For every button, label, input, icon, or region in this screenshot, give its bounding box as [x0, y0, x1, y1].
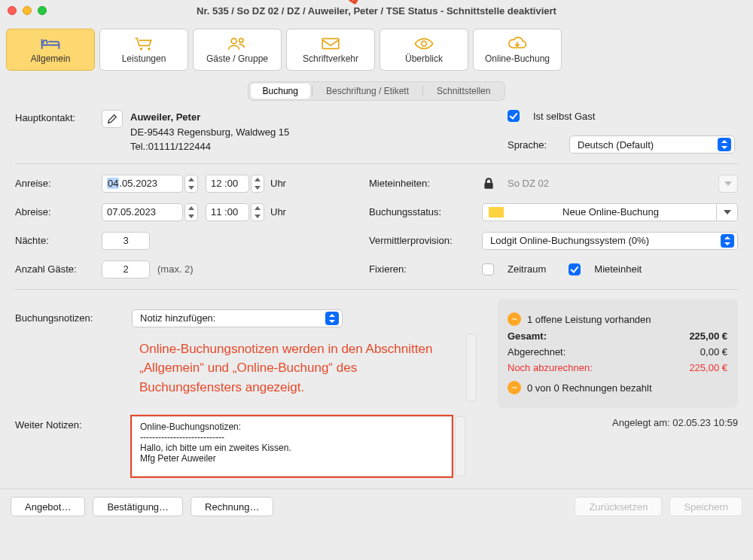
uhr-label: Uhr	[270, 178, 286, 189]
cloud-download-icon	[507, 35, 528, 52]
buchungsstatus-value: Neue Online-Buchung	[562, 206, 659, 218]
warning-icon: ~	[508, 381, 521, 394]
anreise-label: Anreise:	[15, 178, 102, 189]
subtab-schnittstellen[interactable]: Schnittstellen	[425, 84, 502, 99]
svg-point-3	[239, 38, 243, 42]
anzahl-gaeste-label: Anzahl Gäste:	[15, 263, 102, 275]
naechte-label: Nächte:	[15, 235, 102, 246]
tab-label: Überblick	[405, 53, 443, 64]
summary-box: ~1 offene Leistung vorhanden Gesamt:225,…	[497, 299, 738, 408]
mieteinheit-checkbox[interactable]: Mieteinheit	[569, 263, 642, 275]
tab-allgemein[interactable]: Allgemein	[6, 29, 95, 71]
select-arrows-icon	[721, 234, 734, 248]
buchungsstatus-label: Buchungsstatus:	[369, 206, 482, 218]
angebot-button[interactable]: Angebot…	[11, 497, 85, 516]
rechnung-button[interactable]: Rechnung…	[191, 497, 273, 516]
select-arrows-icon	[718, 138, 731, 151]
mieteinheit-dropdown[interactable]	[718, 175, 738, 193]
notiz-hinzufuegen-value: Notiz hinzufügen:	[140, 312, 215, 324]
tab-label: Allgemein	[31, 53, 71, 64]
scrollbar[interactable]	[466, 333, 477, 401]
zuruecksetzen-button: Zurücksetzen	[575, 497, 662, 516]
anreise-date-input[interactable]: 04.05.2023	[102, 175, 183, 193]
tab-gaeste-gruppe[interactable]: Gäste / Gruppe	[193, 29, 282, 71]
gesamt-value: 225,00 €	[689, 330, 727, 342]
mieteinheiten-label: Mieteinheiten:	[369, 178, 482, 189]
mail-icon	[320, 35, 341, 52]
svg-point-5	[422, 41, 427, 47]
hauptkontakt-label: Hauptkontakt:	[15, 110, 102, 123]
open-service-text: 1 offene Leistung vorhanden	[527, 313, 651, 324]
subtab-segment: Buchung Beschriftung / Etikett Schnittst…	[11, 81, 742, 101]
noch-abzurechnen-value: 225,00 €	[689, 362, 727, 373]
guests-icon	[227, 35, 248, 52]
anreise-date-stepper[interactable]	[184, 175, 198, 193]
subtab-buchung[interactable]: Buchung	[251, 84, 310, 99]
bestaetigung-button[interactable]: Bestätigung…	[93, 497, 183, 516]
vermittlerprovision-select[interactable]: Lodgit Online-Buchungssystem (0%)	[482, 232, 738, 250]
weiter-notizen-textarea[interactable]: Online-Buchungsnotizen: ----------------…	[132, 416, 452, 476]
noch-abzurechnen-label: Noch abzurechnen:	[508, 362, 593, 373]
rechnungen-text: 0 von 0 Rechnungen bezahlt	[527, 382, 652, 393]
ist-selbst-gast-checkbox[interactable]: Ist selbst Gast	[508, 110, 595, 122]
titlebar: Nr. 535 / So DZ 02 / DZ / Auweiler, Pete…	[0, 0, 753, 21]
checkbox-label: Ist selbst Gast	[533, 111, 595, 122]
vermittlerprovision-value: Lodgit Online-Buchungssystem (0%)	[490, 235, 649, 246]
max-gaeste-label: (max. 2)	[157, 263, 194, 275]
select-arrows-icon	[325, 312, 339, 325]
chevron-down-icon	[724, 181, 732, 186]
svg-point-1	[148, 47, 151, 50]
warning-icon: ~	[508, 312, 521, 326]
mieteinheit-value: So DZ 02	[501, 175, 714, 193]
tab-schriftverkehr[interactable]: Schriftverkehr	[286, 29, 375, 71]
buchungsstatus-field[interactable]: Neue Online-Buchung	[482, 203, 717, 221]
abreise-time-stepper[interactable]	[251, 203, 264, 221]
status-color-swatch	[489, 207, 504, 218]
window-title: Nr. 535 / So DZ 02 / DZ / Auweiler, Pete…	[0, 5, 753, 17]
contact-address: DE-95443 Regensburg, Waldweg 15	[130, 125, 289, 140]
zeitraum-checkbox[interactable]: Zeitraum	[482, 263, 546, 275]
checkbox-checked-icon	[508, 110, 520, 122]
abreise-time-input[interactable]: 11 :00	[206, 203, 249, 221]
uhr-label: Uhr	[270, 206, 286, 218]
tab-leistungen[interactable]: Leistungen	[99, 29, 188, 71]
sprache-select[interactable]: Deutsch (Default)	[569, 135, 735, 154]
svg-point-0	[140, 47, 143, 50]
tab-ueberblick[interactable]: Überblick	[380, 29, 468, 71]
abreise-date-stepper[interactable]	[184, 203, 198, 221]
anzahl-gaeste-input[interactable]: 2	[102, 260, 150, 278]
fixieren-label: Fixieren:	[369, 263, 482, 275]
tab-label: Leistungen	[122, 53, 166, 64]
abreise-date-input[interactable]: 07.05.2023	[102, 203, 183, 221]
contact-phone: Tel.:01111/122444	[130, 139, 289, 154]
checkbox-label: Zeitraum	[508, 263, 546, 275]
scrollbar[interactable]	[455, 416, 465, 476]
footer-bar: Angebot… Bestätigung… Rechnung… Zurückse…	[0, 488, 753, 524]
svg-point-2	[231, 38, 236, 44]
checkbox-label: Mieteinheit	[594, 263, 642, 275]
cart-icon	[133, 35, 154, 52]
bed-icon	[40, 35, 61, 52]
buchungsstatus-dropdown[interactable]	[717, 203, 738, 221]
subtab-beschriftung[interactable]: Beschriftung / Etikett	[314, 84, 421, 99]
vermittlerprovision-label: Vermittlerprovision:	[369, 235, 482, 246]
tab-label: Gäste / Gruppe	[206, 53, 268, 64]
lock-icon	[482, 177, 495, 190]
svg-rect-4	[322, 38, 339, 48]
chevron-down-icon	[724, 210, 731, 215]
checkbox-checked-icon	[569, 263, 581, 275]
tab-online-buchung[interactable]: Online-Buchung	[473, 29, 562, 71]
abgerechnet-label: Abgerechnet:	[508, 346, 566, 358]
anreise-time-stepper[interactable]	[251, 175, 264, 193]
anreise-time-input[interactable]: 12 :00	[206, 175, 249, 193]
naechte-input[interactable]: 3	[102, 232, 150, 250]
tab-label: Schriftverkehr	[303, 53, 358, 64]
eye-icon	[413, 35, 434, 52]
speichern-button: Speichern	[669, 497, 742, 516]
pencil-icon	[107, 114, 117, 124]
edit-contact-button[interactable]	[102, 110, 123, 128]
annotation-callout: Online-Buchungsnotizen werden in den Abs…	[132, 333, 463, 403]
sprache-value: Deutsch (Default)	[578, 139, 654, 151]
weiter-notizen-label: Weiter Notizen:	[15, 416, 132, 431]
notiz-hinzufuegen-select[interactable]: Notiz hinzufügen:	[132, 309, 343, 327]
